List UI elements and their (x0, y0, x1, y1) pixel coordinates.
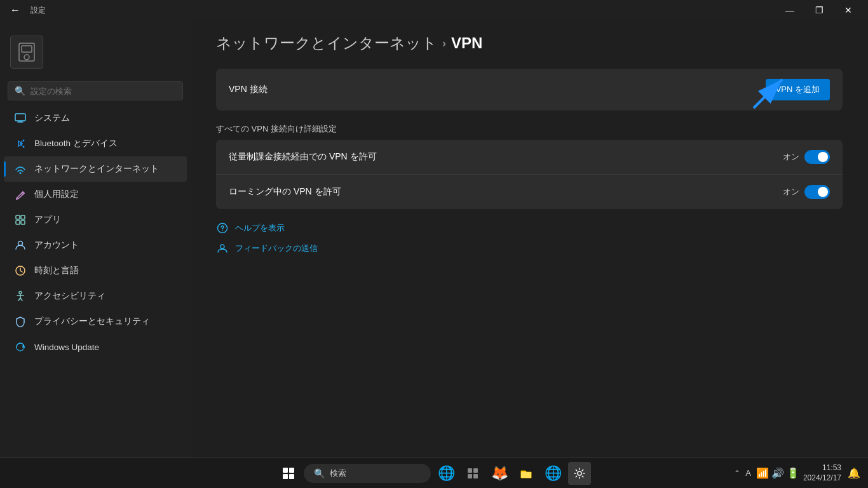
nav-item-bluetooth[interactable]: Bluetooth とデバイス (4, 131, 187, 156)
svg-point-18 (222, 230, 223, 231)
taskbar-search-text: 検索 (330, 468, 346, 479)
taskbar-edge2-icon[interactable]: 🌐 (541, 462, 564, 485)
roaming-toggle-label: オン (783, 186, 799, 198)
svg-point-8 (20, 172, 22, 174)
feedback-link-text: フィードバックの送信 (235, 243, 318, 254)
arrow-annotation (747, 70, 792, 114)
svg-rect-10 (21, 215, 25, 219)
taskbar-taskview-icon[interactable] (461, 462, 484, 485)
nav-label-network: ネットワークとインターネット (34, 163, 159, 175)
nav-label-accessibility: アクセシビリティ (34, 290, 105, 302)
breadcrumb: ネットワークとインターネット › VPN (216, 33, 843, 53)
window-controls: — ❐ ✕ (775, 0, 863, 20)
metered-vpn-label: 従量制課金接続経由での VPN を許可 (229, 151, 377, 163)
nav-item-network[interactable]: ネットワークとインターネット (4, 156, 187, 182)
roaming-toggle[interactable] (804, 185, 830, 199)
metered-toggle-label: オン (783, 151, 799, 163)
apps-icon (14, 214, 27, 226)
sidebar: 🔍 システム (0, 20, 191, 458)
nav-label-time: 時刻と言語 (34, 265, 79, 276)
tray-wifi[interactable]: 📶 (756, 467, 769, 479)
nav-label-system: システム (34, 112, 70, 124)
nav-item-apps[interactable]: アプリ (4, 207, 187, 233)
svg-rect-12 (21, 220, 25, 224)
svg-point-6 (23, 140, 25, 142)
roaming-vpn-label: ローミング中の VPN を許可 (229, 186, 341, 198)
privacy-icon (14, 315, 27, 328)
system-icon (14, 112, 27, 125)
help-icon (216, 222, 229, 234)
clock[interactable]: 11:53 2024/12/17 (803, 463, 841, 483)
close-button[interactable]: ✕ (834, 0, 863, 20)
taskbar-center: 🔍 検索 🌐 🦊 🌐 (277, 462, 591, 485)
detailed-settings-title: すべての VPN 接続向け詳細設定 (216, 123, 843, 135)
detailed-settings-card: 従量制課金接続経由での VPN を許可 オン ローミング中の VPN を許可 オ… (216, 140, 843, 209)
svg-rect-20 (468, 468, 472, 473)
taskbar: 🔍 検索 🌐 🦊 🌐 (0, 458, 868, 488)
personal-icon (14, 188, 27, 201)
taskbar-browser-icon[interactable]: 🌐 (435, 462, 458, 485)
maximize-button[interactable]: ❐ (804, 0, 834, 20)
notification-bell[interactable]: 🔔 (848, 467, 860, 479)
tray-chevron[interactable]: ⌃ (734, 469, 740, 478)
title-bar: ← 設定 — ❐ ✕ (0, 0, 868, 20)
svg-rect-11 (16, 220, 20, 224)
svg-point-19 (220, 245, 224, 248)
help-link[interactable]: ヘルプを表示 (216, 222, 843, 234)
taskbar-search-icon: 🔍 (314, 468, 325, 478)
nav-item-personal[interactable]: 個人用設定 (4, 182, 187, 207)
svg-point-15 (19, 292, 22, 294)
content-area: ネットワークとインターネット › VPN VPN 接続 VPN を追加 (191, 20, 868, 458)
tray-font: A (745, 468, 751, 478)
help-link-text: ヘルプを表示 (235, 222, 285, 234)
search-icon: 🔍 (15, 86, 25, 96)
svg-rect-23 (473, 474, 478, 478)
tray-volume[interactable]: 🔊 (771, 467, 784, 479)
minimize-button[interactable]: — (775, 0, 804, 20)
nav-item-accounts[interactable]: アカウント (4, 233, 187, 258)
time-icon (14, 264, 27, 277)
taskbar-right: ⌃ A 📶 🔊 🔋 11:53 2024/12/17 🔔 (734, 463, 860, 483)
nav-item-update[interactable]: Windows Update (4, 334, 187, 360)
metered-toggle-container: オン (783, 150, 830, 164)
svg-rect-22 (468, 474, 472, 478)
avatar (10, 36, 43, 69)
svg-rect-1 (22, 46, 32, 52)
nav-label-privacy: プライバシーとセキュリティ (34, 316, 150, 327)
update-icon (14, 341, 27, 353)
breadcrumb-parent: ネットワークとインターネット (216, 33, 437, 53)
taskbar-explorer-icon[interactable] (515, 462, 538, 485)
clock-time: 11:53 (803, 463, 841, 473)
nav-item-system[interactable]: システム (4, 105, 187, 131)
svg-point-2 (24, 55, 29, 60)
accessibility-icon (14, 290, 27, 302)
breadcrumb-separator: › (442, 37, 446, 50)
nav-label-bluetooth: Bluetooth とデバイス (34, 138, 118, 149)
feedback-link[interactable]: フィードバックの送信 (216, 242, 843, 255)
nav-label-personal: 個人用設定 (34, 189, 79, 200)
back-button[interactable]: ← (5, 2, 25, 18)
setting-item-roaming: ローミング中の VPN を許可 オン (216, 175, 843, 209)
nav-item-accessibility[interactable]: アクセシビリティ (4, 283, 187, 309)
app-title: 設定 (31, 5, 46, 16)
sys-tray: ⌃ A 📶 🔊 🔋 (734, 467, 799, 479)
breadcrumb-current: VPN (451, 34, 482, 52)
nav-item-time[interactable]: 時刻と言語 (4, 258, 187, 283)
bluetooth-icon (14, 137, 27, 150)
taskbar-edge-icon[interactable]: 🦊 (488, 462, 511, 485)
metered-toggle[interactable] (804, 150, 830, 164)
tray-battery[interactable]: 🔋 (787, 467, 799, 479)
taskbar-search[interactable]: 🔍 検索 (304, 464, 431, 483)
svg-point-25 (578, 471, 581, 475)
start-button[interactable] (277, 462, 300, 485)
search-input[interactable] (31, 86, 176, 96)
nav-label-accounts: アカウント (34, 240, 79, 251)
accounts-icon (14, 239, 27, 252)
links-section: ヘルプを表示 フィードバックの送信 (216, 222, 843, 255)
nav-item-privacy[interactable]: プライバシーとセキュリティ (4, 309, 187, 334)
taskbar-settings-icon[interactable] (568, 462, 591, 485)
nav-label-update: Windows Update (34, 342, 99, 352)
network-icon (14, 163, 27, 175)
search-box[interactable]: 🔍 (8, 81, 183, 100)
clock-date: 2024/12/17 (803, 473, 841, 484)
